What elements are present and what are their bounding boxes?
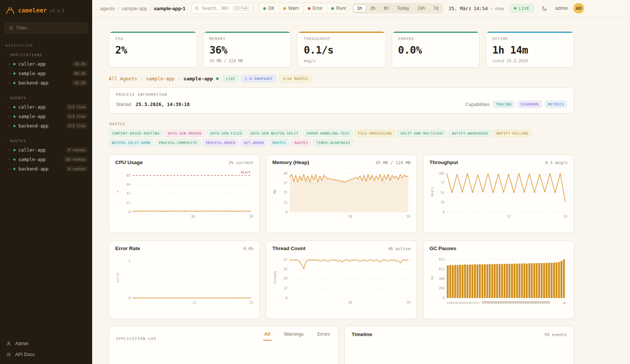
route-chip-data-gen-files[interactable]: DATA-GEN-FILES [207,130,245,137]
username-label: admin [555,6,568,11]
route-chip-process-order[interactable]: PROCESS-ORDER [203,139,238,146]
sidebar-section-header-routes[interactable]: ▾ROUTES [0,138,92,145]
time-range-7d[interactable]: 7d [429,5,442,12]
status-filter-ok[interactable]: OK [259,3,279,14]
route-chip-data-gen-orders[interactable]: DATA-GEN-ORDERS [165,130,205,137]
sidebar-sections: ▾APPLICATIONS▸caller-app10.7k▸sample-app… [0,52,92,181]
time-range-display[interactable]: 25. März 14:54 – now [449,6,504,11]
svg-text:threads: threads [273,271,277,284]
status-dot-icon [13,115,15,118]
svg-text:59: 59 [406,301,410,304]
status-filter-warn[interactable]: Warn [279,3,303,14]
breadcrumb-link[interactable]: sample-app [122,6,147,11]
status-dot-icon [13,63,15,65]
route-chip-route2[interactable]: ROUTE2 [291,139,311,146]
status-dot-icon [13,149,15,151]
time-range-6h[interactable]: 6h [380,5,392,12]
svg-text:0: 0 [128,296,130,300]
time-range-1h[interactable]: 1h [353,5,366,12]
sidebar-footer-admin[interactable]: Admin [6,341,86,346]
main-area: agents/sample-app/sample-app-1 Search...… [92,0,630,364]
stat-value: 0.1/s [304,44,379,56]
chevron-down-icon: ▾ [5,54,8,57]
sidebar-item-applications-backend-app[interactable]: ▸backend-app32.2k [0,78,92,88]
item-label: sample-app [19,157,61,162]
svg-text:23: 23 [564,215,567,218]
route-chip-file-processing[interactable]: FILE-PROCESSING [355,130,395,137]
chart-plot-memory-heap: 0122537493059MB [272,166,411,226]
sidebar-item-agents-backend-app[interactable]: ▸backend-app1/1 live [0,121,92,131]
time-range-24h[interactable]: 24h [414,5,429,12]
search-shortcut-badge: Ctrl+K [233,6,250,11]
time-range-3h[interactable]: 3h [367,5,379,12]
sidebar-item-routes-caller-app[interactable]: ▸caller-app4 routes [0,145,92,155]
sidebar-item-routes-backend-app[interactable]: ▸backend-app6 routes [0,164,92,174]
route-chip-notify-warehouse[interactable]: NOTIFY-WAREHOUSE [449,130,491,137]
stat-label: MEMORY [210,37,285,41]
capability-chip-metrics: METRICS [545,101,567,108]
chart-title: Memory (Heap) [272,160,309,165]
instance-breadcrumb-link[interactable]: sample-app [146,76,174,81]
sidebar-footer-api-docs[interactable]: API Docs [6,352,86,357]
chart-error-rate: Error Rate0.0%011223err/h [109,241,260,319]
sidebar-filter-input[interactable]: Filter... [5,22,88,34]
route-chip-get-order[interactable]: GET-ORDER [241,139,267,146]
route-chip-process-composite[interactable]: PROCESS-COMPOSITE [156,139,200,146]
instance-breadcrumb-link[interactable]: All Agents [109,76,137,81]
dark-mode-toggle[interactable] [539,3,550,14]
svg-text:%: % [116,190,120,192]
chart-cpu-usage: CPU Usage2% current021436485Alert3059% [109,155,260,233]
route-chip-timer-heartbeat[interactable]: TIMER-HEARTBEAT [313,139,353,146]
item-count-badge: 32.2k [72,80,88,86]
app-root: cameleer v3.2.1 Filter... NAVIGATION ▾AP… [0,0,630,364]
chevron-right-icon: ▸ [8,158,10,161]
log-tab-errors[interactable]: Errors [316,332,331,341]
sidebar-section-header-applications[interactable]: ▾APPLICATIONS [0,52,92,59]
route-chip-content-based-routing[interactable]: CONTENT-BASED-ROUTING [109,130,162,137]
chevron-right-icon: ▸ [8,167,10,170]
route-chip-error-handling-test[interactable]: ERROR-HANDLING-TEST [303,130,352,137]
global-search-input[interactable]: Search... ⌘K Ctrl+K [191,3,253,14]
svg-text:59: 59 [249,215,253,218]
item-count-badge: 1/1 live [66,104,88,110]
sidebar-item-agents-caller-app[interactable]: ▸caller-app1/1 live [0,102,92,112]
time-range-today[interactable]: Today [393,5,413,12]
section-label: AGENTS [10,96,26,100]
route-chip-notify-billing[interactable]: NOTIFY-BILLING [494,130,531,137]
svg-text:err/h: err/h [116,273,120,283]
sidebar-item-routes-sample-app[interactable]: ▸sample-app16 routes [0,155,92,164]
status-dot-icon [13,72,15,75]
status-filter-running[interactable]: Running [327,3,347,14]
route-chip-route1[interactable]: ROUTE1 [269,139,289,146]
log-tab-all[interactable]: All [263,332,272,341]
chart-memory-heap: Memory (Heap)45 MB / 124 MB0122537493059… [266,155,417,233]
user-avatar[interactable]: AD [573,3,584,14]
sidebar-section-header-agents[interactable]: ▾AGENTS [0,95,92,102]
capability-chip-tracing: TRACING [493,101,515,108]
breadcrumb-link[interactable]: agents [100,6,115,11]
route-chip-split-and-multicast[interactable]: SPLIT-AND-MULTICAST [397,130,446,137]
svg-text:51: 51 [441,191,445,195]
started-value: 25.3.2026, 14:39:18 [136,101,190,107]
instance-badge-3-16-routes: 3/16 ROUTES [279,75,311,82]
route-chip-data-gen-nested-split[interactable]: DATA-GEN-NESTED-SPLIT [247,130,301,137]
stat-subtext: 45 MB / 124 MB [210,58,285,63]
sidebar-item-agents-sample-app[interactable]: ▸sample-app1/1 live [0,112,92,121]
stat-accent-bar [486,32,574,33]
svg-text:0: 0 [443,296,445,300]
svg-text:37: 37 [284,181,287,185]
route-chip-nested-split-demo[interactable]: NESTED-SPLIT-DEMO [109,139,153,146]
app-logo[interactable]: cameleer v3.2.1 [0,0,92,22]
status-filter-label: Warn [288,6,299,11]
chevron-right-icon: ▸ [8,62,10,66]
sidebar-item-applications-caller-app[interactable]: ▸caller-app10.7k [0,59,92,69]
status-filter-error[interactable]: Error [303,3,327,14]
sidebar-item-applications-sample-app[interactable]: ▸sample-app84.1k [0,69,92,78]
svg-text:0: 0 [128,210,130,214]
breadcrumb: agents/sample-app/sample-app-1 [100,6,185,11]
live-status-pill[interactable]: LIVE [510,4,534,12]
instance-badge-live: LIVE [222,75,238,82]
log-tab-warnings[interactable]: Warnings [283,332,305,341]
breadcrumb-current: sample-app-1 [154,6,185,11]
stat-subtext: msg/s [304,58,379,63]
